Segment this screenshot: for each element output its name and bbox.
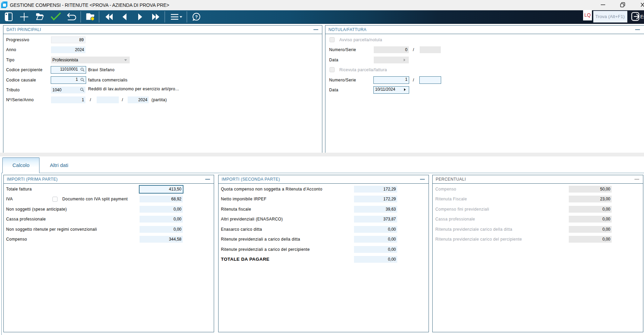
svg-text:?: ? xyxy=(195,14,198,19)
